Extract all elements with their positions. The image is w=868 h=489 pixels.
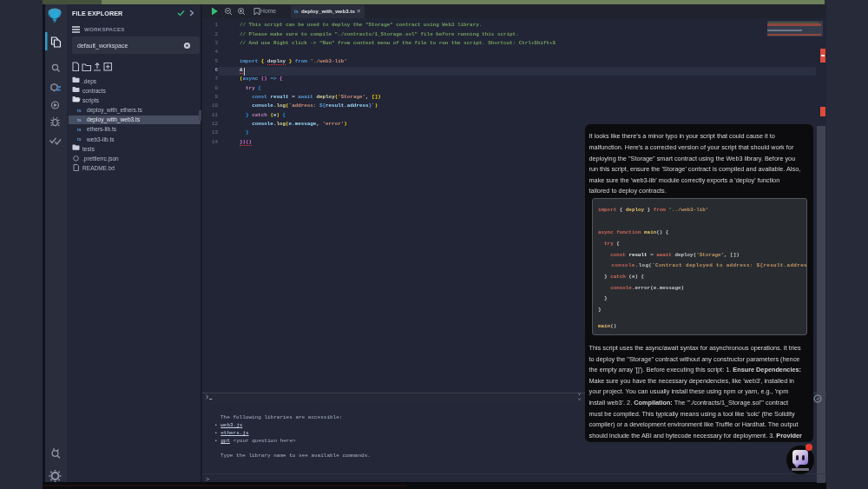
svg-text:ts: ts bbox=[77, 127, 82, 132]
svg-text:ts: ts bbox=[77, 117, 82, 122]
svg-text:ts: ts bbox=[77, 136, 82, 142]
svg-text:ts: ts bbox=[77, 108, 82, 113]
